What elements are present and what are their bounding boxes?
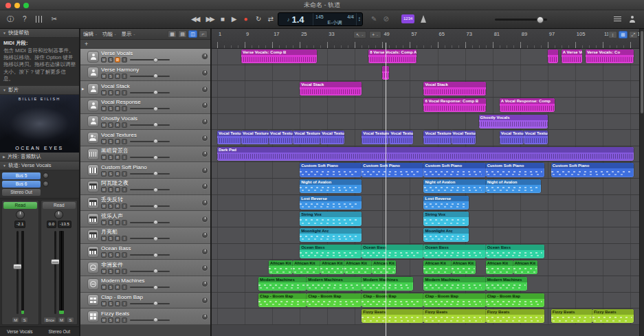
solo-button[interactable]: S: [67, 317, 74, 323]
track-pan-knob[interactable]: [201, 69, 208, 76]
track-mute-button[interactable]: M: [101, 122, 107, 128]
track-pan-knob[interactable]: [201, 183, 208, 190]
track-volume-slider[interactable]: [130, 238, 170, 239]
track-solo-button[interactable]: S: [108, 106, 113, 111]
track-record-button[interactable]: R: [115, 155, 120, 160]
track-pan-knob[interactable]: [201, 102, 208, 109]
send-level-knob[interactable]: [43, 172, 49, 179]
track-row-16[interactable]: ▶Clap - Boom BapMSRI: [80, 293, 210, 309]
region[interactable]: A Vocal Response: Comp: [500, 98, 555, 112]
region[interactable]: Modern Machines: [362, 277, 413, 291]
cycle-icon[interactable]: ↻: [256, 13, 261, 25]
track-input-button[interactable]: I: [122, 122, 127, 128]
send-level-knob[interactable]: [43, 181, 49, 187]
track-row-10[interactable]: ▶丢失反转MSRI: [80, 195, 210, 212]
region[interactable]: African Kit: [452, 260, 476, 274]
bounce-button[interactable]: Bnce: [43, 317, 56, 323]
region[interactable]: Vocal Texture: [269, 131, 293, 144]
track-row-11[interactable]: ▶弦乐人声MSRI: [80, 211, 210, 227]
track-solo-button[interactable]: S: [108, 171, 113, 177]
track-solo-button[interactable]: S: [108, 269, 113, 274]
mixer-icon[interactable]: [36, 16, 43, 23]
track-solo-button[interactable]: S: [108, 284, 113, 290]
vertical-zoom-button[interactable]: ↕: [608, 31, 617, 38]
track-solo-button[interactable]: S: [108, 122, 113, 128]
scissors-icon[interactable]: ✂: [52, 13, 57, 25]
track-solo-button[interactable]: S: [108, 155, 113, 160]
track-row-7[interactable]: ▶黑暗背景音MSRI: [80, 146, 210, 163]
slider-knob[interactable]: [153, 107, 158, 111]
region[interactable]: Lost Reverse: [300, 196, 362, 210]
channel-fader[interactable]: [16, 231, 19, 314]
track-solo-button[interactable]: S: [108, 57, 113, 63]
track-volume-slider[interactable]: [130, 222, 170, 223]
channel-fader[interactable]: [54, 231, 56, 314]
region[interactable]: Night of Avalon: [486, 179, 541, 193]
send-bus6-button[interactable]: Bus 6: [2, 181, 41, 188]
region[interactable]: Clap - Boom Bap: [307, 293, 362, 307]
track-pan-knob[interactable]: [201, 199, 208, 206]
region[interactable]: 6 Vocal Response: Comp B: [423, 98, 485, 112]
region[interactable]: Fizzy Beats: [423, 309, 485, 323]
track-pan-knob[interactable]: [201, 248, 208, 255]
track-mute-button[interactable]: M: [101, 236, 107, 241]
slider-knob[interactable]: [153, 171, 158, 176]
track-input-button[interactable]: I: [122, 171, 127, 177]
track-mute-button[interactable]: M: [101, 203, 107, 209]
region[interactable]: Clap - Boom Bap: [486, 293, 544, 307]
region[interactable]: [548, 49, 558, 63]
track-pan-knob[interactable]: [201, 232, 208, 238]
slider-knob[interactable]: [153, 269, 158, 273]
region[interactable]: 8 Verse Vocals: Comp A: [368, 49, 417, 63]
region[interactable]: Moonlight Arc: [300, 228, 362, 242]
rewind-button[interactable]: ◀◀: [191, 13, 199, 25]
lane-12[interactable]: Moonlight ArcMoonlight Arc: [212, 227, 639, 244]
track-pan-knob[interactable]: [201, 313, 208, 320]
region[interactable]: Ocean Bass: [486, 245, 544, 258]
region[interactable]: African Kit: [320, 260, 344, 274]
snap-mode-button[interactable]: ◫: [188, 30, 197, 38]
lane-16[interactable]: Clap - Boom BapClap - Boom BapClap - Boo…: [212, 293, 639, 309]
region[interactable]: Fizzy Beats: [592, 309, 634, 323]
region[interactable]: String Vox: [300, 212, 362, 225]
track-record-button[interactable]: R: [115, 317, 120, 323]
fader-knob[interactable]: [13, 264, 22, 269]
track-row-8[interactable]: ▶Custom Soft PianoMSRI: [80, 162, 210, 179]
track-mute-button[interactable]: M: [101, 155, 107, 160]
mute-button[interactable]: M: [12, 317, 19, 323]
scrollbar-thumb[interactable]: [641, 31, 643, 113]
track-record-button[interactable]: R: [115, 139, 120, 144]
track-input-button[interactable]: I: [122, 106, 127, 111]
lane-13[interactable]: Ocean BassOcean BassOcean BassOcean Bass: [212, 244, 639, 260]
region[interactable]: Vocal Stack: [423, 82, 485, 96]
region[interactable]: Ghostly Vocals: [479, 115, 548, 128]
track-row-17[interactable]: ▶Fizzy BeatsMSRI: [80, 309, 210, 325]
stop-button[interactable]: ■: [221, 13, 225, 25]
track-volume-slider[interactable]: [130, 157, 170, 158]
track-pan-knob[interactable]: [201, 86, 208, 93]
slider-knob[interactable]: [153, 220, 158, 225]
track-volume-slider[interactable]: [130, 254, 170, 256]
track-solo-button[interactable]: S: [108, 236, 113, 241]
solo-button[interactable]: S: [21, 317, 28, 323]
region[interactable]: Custom Soft Piano: [362, 163, 423, 177]
track-mute-button[interactable]: M: [101, 171, 107, 177]
region[interactable]: Vocal Texture: [389, 131, 413, 144]
slider-knob[interactable]: [153, 188, 158, 192]
region[interactable]: Verse Vocals: Co: [586, 49, 634, 63]
fullscreen-button[interactable]: [23, 3, 29, 8]
track-pan-knob[interactable]: [201, 216, 208, 223]
track-mute-button[interactable]: M: [101, 139, 107, 144]
edit-menu[interactable]: 编辑 ⌄: [83, 31, 98, 38]
track-record-button[interactable]: R: [115, 74, 120, 79]
left-click-tool-menu[interactable]: ↖ ⌄: [353, 31, 366, 38]
send-bus5-button[interactable]: Bus 5: [2, 172, 41, 179]
lane-4[interactable]: 6 Vocal Response: Comp BA Vocal Response…: [212, 98, 639, 114]
play-button[interactable]: ▶: [232, 13, 237, 25]
region[interactable]: Vocal Texture: [241, 131, 269, 144]
close-button[interactable]: [5, 3, 11, 8]
track-volume-slider[interactable]: [130, 320, 170, 321]
track-input-button[interactable]: I: [122, 57, 127, 63]
lane-6[interactable]: Vocal TextureVocal TextureVocal TextureV…: [212, 130, 639, 146]
lane-7[interactable]: Dark Pad: [212, 146, 639, 163]
